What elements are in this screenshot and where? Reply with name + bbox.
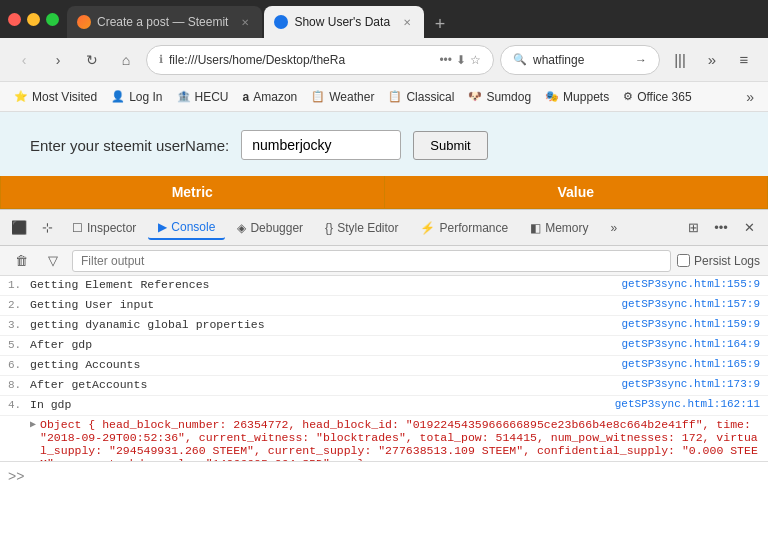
weather-icon: 📋 <box>311 90 325 103</box>
console-line: 4. In gdp getSP3sync.html:162:11 <box>0 396 768 416</box>
search-arrow-icon: → <box>635 53 647 67</box>
submit-button[interactable]: Submit <box>413 131 487 160</box>
username-input[interactable] <box>241 130 401 160</box>
persist-logs-checkbox[interactable] <box>677 254 690 267</box>
bookmark-icon[interactable]: ☆ <box>470 53 481 67</box>
bookmarks-bar: ⭐ Most Visited 👤 Log In 🏦 HECU a Amazon … <box>0 82 768 112</box>
userdata-favicon <box>274 15 288 29</box>
dt-tab-performance[interactable]: ⚡ Performance <box>410 217 518 239</box>
tab-steemit-label: Create a post — Steemit <box>97 15 228 29</box>
home-button[interactable]: ⌂ <box>112 46 140 74</box>
dt-tab-inspector[interactable]: ☐ Inspector <box>62 217 146 239</box>
bookmarks-more-button[interactable]: » <box>740 87 760 107</box>
devtools-overflow-icon[interactable]: ••• <box>708 215 734 241</box>
dt-tab-debugger[interactable]: ◈ Debugger <box>227 217 313 239</box>
username-form: Enter your steemit userName: Submit <box>30 130 738 160</box>
console-clear-button[interactable]: 🗑 <box>8 248 34 274</box>
addressbar: ‹ › ↻ ⌂ ℹ file:///Users/home/Desktop/the… <box>0 38 768 82</box>
url-more-icon[interactable]: ••• <box>439 53 452 67</box>
bookmark-classical[interactable]: 📋 Classical <box>382 88 460 106</box>
bookmark-sumdog[interactable]: 🐶 Sumdog <box>462 88 537 106</box>
console-filter-icon[interactable]: ▽ <box>40 248 66 274</box>
console-filter-input[interactable] <box>72 250 671 272</box>
col-metric: Metric <box>1 176 385 208</box>
bookmark-muppets[interactable]: 🎭 Muppets <box>539 88 615 106</box>
bookmark-amazon[interactable]: a Amazon <box>237 88 304 106</box>
tab-steemit-close[interactable]: ✕ <box>238 15 252 29</box>
reload-button[interactable]: ↻ <box>78 46 106 74</box>
console-line: 5. After gdp getSP3sync.html:164:9 <box>0 336 768 356</box>
close-button[interactable] <box>8 13 21 26</box>
muppets-icon: 🎭 <box>545 90 559 103</box>
bookmark-hecu[interactable]: 🏦 HECU <box>171 88 235 106</box>
devtools-panel: ⬛ ⊹ ☐ Inspector ▶ Console ◈ Debugger {} … <box>0 209 768 489</box>
bookmark-classical-label: Classical <box>406 90 454 104</box>
devtools-toolbar: ⬛ ⊹ ☐ Inspector ▶ Console ◈ Debugger {} … <box>0 210 768 246</box>
search-text: whatfinge <box>533 53 629 67</box>
console-input[interactable] <box>30 469 760 483</box>
bookmark-login[interactable]: 👤 Log In <box>105 88 168 106</box>
dt-tab-console[interactable]: ▶ Console <box>148 216 225 240</box>
bookmark-most-visited[interactable]: ⭐ Most Visited <box>8 88 103 106</box>
dt-more-tabs-button[interactable]: » <box>601 217 628 239</box>
console-line: 3. getting dyanamic global properties ge… <box>0 316 768 336</box>
url-text: file:///Users/home/Desktop/theRa <box>169 53 433 67</box>
bookmark-weather-label: Weather <box>329 90 374 104</box>
bookmark-muppets-label: Muppets <box>563 90 609 104</box>
console-icon: ▶ <box>158 220 167 234</box>
fullscreen-button[interactable] <box>46 13 59 26</box>
dt-tab-memory[interactable]: ◧ Memory <box>520 217 598 239</box>
devtools-close-icon[interactable]: ✕ <box>736 215 762 241</box>
amazon-icon: a <box>243 90 250 104</box>
memory-icon: ◧ <box>530 221 541 235</box>
console-toolbar: 🗑 ▽ Persist Logs <box>0 246 768 276</box>
url-actions: ••• ⬇ ☆ <box>439 53 481 67</box>
sumdog-icon: 🐶 <box>468 90 482 103</box>
minimize-button[interactable] <box>27 13 40 26</box>
performance-icon: ⚡ <box>420 221 435 235</box>
forward-button[interactable]: › <box>44 46 72 74</box>
bookmark-hecu-label: HECU <box>195 90 229 104</box>
devtools-grid-icon[interactable]: ⊞ <box>680 215 706 241</box>
bookmark-office365-label: Office 365 <box>637 90 691 104</box>
new-tab-button[interactable]: + <box>426 10 454 38</box>
data-table: Metric Value <box>0 176 768 209</box>
traffic-lights <box>8 13 59 26</box>
downloads-icon[interactable]: ⬇ <box>456 53 466 67</box>
search-icon: 🔍 <box>513 53 527 66</box>
bookmark-sumdog-label: Sumdog <box>486 90 531 104</box>
more-tools-icon[interactable]: » <box>698 46 726 74</box>
sidebar-icon[interactable]: ||| <box>666 46 694 74</box>
tabs-bar: Create a post — Steemit ✕ Show User's Da… <box>67 0 760 38</box>
toolbar-right: ||| » ≡ <box>666 46 758 74</box>
bookmark-most-visited-label: Most Visited <box>32 90 97 104</box>
console-line: 6. getting Accounts getSP3sync.html:165:… <box>0 356 768 376</box>
col-value: Value <box>385 176 768 208</box>
hecu-icon: 🏦 <box>177 90 191 103</box>
bookmark-office365[interactable]: ⚙ Office 365 <box>617 88 697 106</box>
devtools-pick-button[interactable]: ⊹ <box>34 215 60 241</box>
classical-icon: 📋 <box>388 90 402 103</box>
most-visited-icon: ⭐ <box>14 90 28 103</box>
back-button[interactable]: ‹ <box>10 46 38 74</box>
expand-icon[interactable]: ▶ <box>30 418 36 430</box>
style-icon: {} <box>325 221 333 235</box>
inspector-icon: ☐ <box>72 221 83 235</box>
tab-userdata[interactable]: Show User's Data ✕ <box>264 6 424 38</box>
titlebar: Create a post — Steemit ✕ Show User's Da… <box>0 0 768 38</box>
dt-tab-style-editor[interactable]: {} Style Editor <box>315 217 408 239</box>
devtools-right-buttons: ⊞ ••• ✕ <box>680 215 762 241</box>
tab-steemit[interactable]: Create a post — Steemit ✕ <box>67 6 262 38</box>
tab-userdata-close[interactable]: ✕ <box>400 15 414 29</box>
console-output[interactable]: 1. Getting Element References getSP3sync… <box>0 276 768 461</box>
secure-icon: ℹ <box>159 53 163 66</box>
bookmark-weather[interactable]: 📋 Weather <box>305 88 380 106</box>
login-icon: 👤 <box>111 90 125 103</box>
form-label: Enter your steemit userName: <box>30 137 229 154</box>
bookmark-login-label: Log In <box>129 90 162 104</box>
url-bar[interactable]: ℹ file:///Users/home/Desktop/theRa ••• ⬇… <box>146 45 494 75</box>
console-line: 1. Getting Element References getSP3sync… <box>0 276 768 296</box>
menu-icon[interactable]: ≡ <box>730 46 758 74</box>
devtools-dock-button[interactable]: ⬛ <box>6 215 32 241</box>
search-bar[interactable]: 🔍 whatfinge → <box>500 45 660 75</box>
